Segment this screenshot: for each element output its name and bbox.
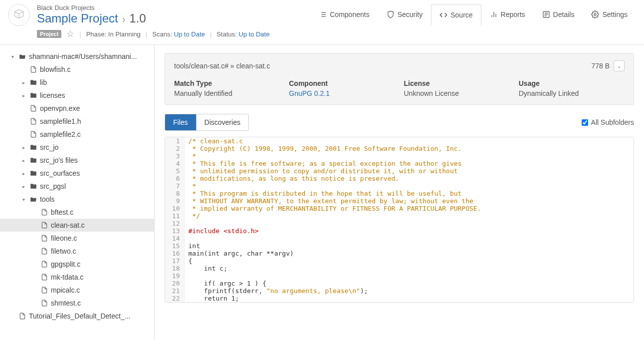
tab-details[interactable]: Details <box>534 4 583 25</box>
usage-value: Dynamically Linked <box>519 89 625 97</box>
line-number: 20 <box>165 280 184 287</box>
code-line: * <box>184 182 634 190</box>
tree-item[interactable]: clean-sat.c <box>0 219 154 232</box>
chevron-icon[interactable]: ▸ <box>20 80 27 85</box>
tree-item-label: gpgsplit.c <box>51 260 80 268</box>
chart-icon <box>490 10 498 18</box>
scans-label: Scans: <box>152 30 172 38</box>
files-tab-button[interactable]: Files <box>165 114 196 130</box>
tree-item[interactable]: ▾tools <box>0 193 154 206</box>
app-header: Black Duck Projects Sample Project › 1.0… <box>0 0 644 45</box>
tree-item[interactable]: samplefile1.h <box>0 115 154 128</box>
line-number: 7 <box>165 182 184 190</box>
discoveries-tab-button[interactable]: Discoveries <box>196 114 248 130</box>
file-icon <box>30 131 37 138</box>
scans-value[interactable]: Up to Date <box>174 30 205 38</box>
main-tabs: Components Security Source Reports Detai… <box>310 4 636 25</box>
tab-reports[interactable]: Reports <box>481 4 534 25</box>
folder-icon <box>30 170 37 177</box>
status-value[interactable]: Up to Date <box>238 30 269 38</box>
line-number: 21 <box>165 287 184 295</box>
tree-item[interactable]: gpgsplit.c <box>0 258 154 271</box>
tree-item[interactable]: bftest.c <box>0 206 154 219</box>
phase-value: In Planning <box>108 30 141 38</box>
code-line: #include <stdio.h> <box>184 227 634 235</box>
tree-item[interactable]: ▸lib <box>0 76 154 89</box>
chevron-icon[interactable]: ▾ <box>20 197 27 202</box>
chevron-icon[interactable]: ▸ <box>20 171 27 176</box>
tree-item[interactable]: ▸licenses <box>0 89 154 102</box>
phase-label: Phase: <box>86 30 106 38</box>
tree-item[interactable]: mk-tdata.c <box>0 271 154 284</box>
favorite-star-icon[interactable]: ☆ <box>66 28 74 39</box>
tree-item[interactable]: ▸src_jo's files <box>0 154 154 167</box>
tree-item[interactable]: ▸src_jo <box>0 141 154 154</box>
breadcrumb[interactable]: Black Duck Projects <box>37 4 146 11</box>
tab-settings-label: Settings <box>602 10 628 18</box>
tree-item[interactable]: samplefile2.c <box>0 128 154 141</box>
tree-item-label: openvpn.exe <box>40 104 80 112</box>
chevron-icon[interactable]: ▸ <box>20 145 27 150</box>
file-icon <box>41 235 48 242</box>
file-icon <box>30 118 37 125</box>
tree-item-label: mk-tdata.c <box>51 273 83 281</box>
project-version[interactable]: 1.0 <box>129 11 146 25</box>
details-icon <box>542 10 550 18</box>
code-line: * unlimited permission to copy and/or di… <box>184 167 634 175</box>
tab-components-label: Components <box>330 10 369 18</box>
file-icon <box>41 209 48 216</box>
chevron-icon[interactable]: ▸ <box>20 184 27 189</box>
tree-item-label: clean-sat.c <box>51 221 85 229</box>
source-toolbar: Files Discoveries All Subfolders <box>165 114 634 131</box>
tab-source[interactable]: Source <box>431 4 481 25</box>
tree-item-label: tools <box>40 195 55 203</box>
tree-item[interactable]: fileone.c <box>0 232 154 245</box>
tree-item[interactable]: ▸src_ourfaces <box>0 167 154 180</box>
tab-security[interactable]: Security <box>378 4 431 25</box>
folder-icon <box>30 79 37 86</box>
code-viewer[interactable]: 1/* clean-sat.c2 * Copyright (C) 1998, 1… <box>165 137 634 303</box>
expand-toggle-button[interactable]: ⌄ <box>614 60 625 71</box>
tab-security-label: Security <box>398 10 423 18</box>
chevron-icon[interactable]: ▸ <box>20 93 27 98</box>
code-line <box>184 235 634 242</box>
line-number: 8 <box>165 190 184 197</box>
tree-item-label: filetwo.c <box>51 247 76 255</box>
tree-item[interactable]: ▾shamnani-mac#/Users/shamnani... <box>0 50 154 63</box>
tree-item[interactable]: openvpn.exe <box>0 102 154 115</box>
chevron-icon[interactable]: ▸ <box>20 158 27 163</box>
view-mode-group: Files Discoveries <box>165 114 249 131</box>
list-icon <box>319 10 327 18</box>
tree-item-label: samplefile1.h <box>40 117 81 125</box>
tab-settings[interactable]: Settings <box>583 4 636 25</box>
project-title[interactable]: Sample Project <box>37 11 118 25</box>
match-type-label: Match Type <box>174 79 280 87</box>
line-number: 14 <box>165 235 184 242</box>
tree-item[interactable]: filetwo.c <box>0 245 154 258</box>
tab-components[interactable]: Components <box>310 4 378 25</box>
code-line: */ <box>184 212 634 220</box>
chevron-icon[interactable]: ▾ <box>9 54 16 59</box>
component-value[interactable]: GnuPG 0.2.1 <box>289 89 395 97</box>
license-value: Unknown License <box>404 89 510 97</box>
tree-item[interactable]: blowfish.c <box>0 63 154 76</box>
tree-item[interactable]: Tutorial_Files_Default_Detect_... <box>0 310 154 323</box>
file-icon <box>30 66 37 73</box>
tree-item[interactable]: ▸src_pgsl <box>0 180 154 193</box>
status-label: Status: <box>216 30 236 38</box>
line-number: 18 <box>165 265 184 272</box>
tree-item-label: fileone.c <box>51 234 77 242</box>
code-line: int <box>184 242 634 250</box>
all-subfolders-checkbox[interactable] <box>582 119 588 126</box>
tree-item[interactable]: shmtest.c <box>0 297 154 310</box>
tree-item[interactable]: mpicalc.c <box>0 284 154 297</box>
file-icon <box>19 313 26 320</box>
tab-reports-label: Reports <box>501 10 525 18</box>
file-icon <box>41 287 48 294</box>
code-line: * implied warranty of MERCHANTABILITY or… <box>184 205 634 212</box>
source-panel: tools/clean-sat.c# » clean-sat.c 778 B ⌄… <box>155 45 644 340</box>
line-number: 19 <box>165 272 184 280</box>
tree-item-label: lib <box>40 78 47 86</box>
line-number: 4 <box>165 160 184 167</box>
tab-details-label: Details <box>553 10 575 18</box>
